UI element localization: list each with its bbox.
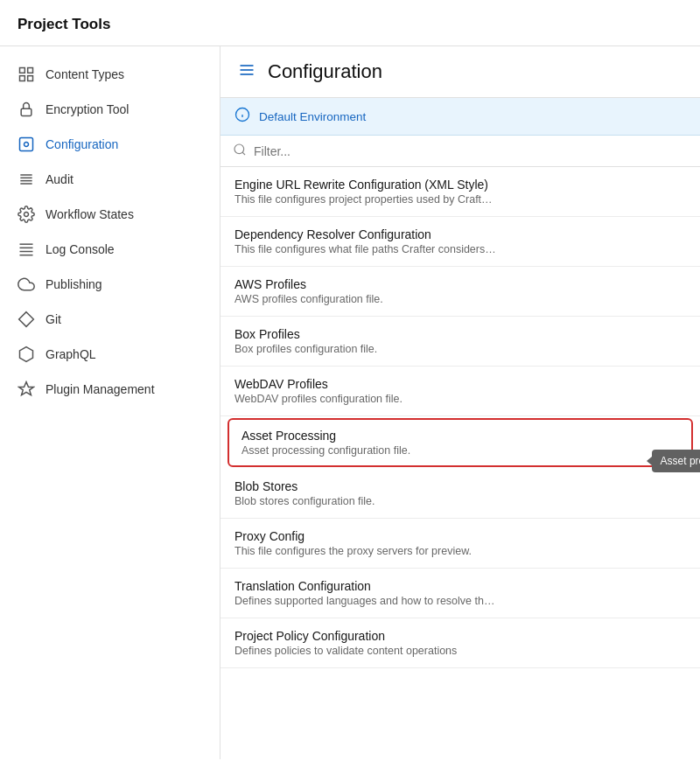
page-header: Project Tools — [0, 0, 700, 46]
config-desc-box-profiles: Box profiles configuration file. — [234, 343, 686, 355]
cloud-icon — [18, 276, 35, 293]
config-title-proxy-config: Proxy Config — [234, 529, 686, 543]
config-item-project-policy-configuration[interactable]: Project Policy Configuration Defines pol… — [220, 618, 700, 668]
config-title-dependency-resolver: Dependency Resolver Configuration — [234, 227, 686, 241]
search-icon — [233, 143, 247, 159]
config-title-blob-stores: Blob Stores — [234, 479, 686, 493]
sidebar-item-configuration[interactable]: Configuration — [0, 127, 220, 162]
sidebar-label-content-types: Content Types — [46, 67, 124, 81]
sidebar-item-content-types[interactable]: Content Types — [0, 57, 220, 92]
config-desc-dependency-resolver: This file configures what file paths Cra… — [234, 243, 686, 255]
config-desc-blob-stores: Blob stores configuration file. — [234, 495, 686, 507]
sidebar-item-plugin-management[interactable]: Plugin Management — [0, 372, 220, 407]
plugin-icon — [18, 380, 35, 398]
sidebar-label-encryption-tool: Encryption Tool — [46, 102, 129, 116]
sidebar-item-graphql[interactable]: GraphQL — [0, 337, 220, 372]
config-item-blob-stores[interactable]: Blob Stores Blob stores configuration fi… — [220, 469, 700, 519]
config-item-proxy-config[interactable]: Proxy Config This file configures the pr… — [220, 519, 700, 569]
page-title: Project Tools — [18, 16, 110, 32]
list-icon — [18, 171, 35, 188]
sidebar-label-configuration: Configuration — [46, 137, 118, 151]
config-title-box-profiles: Box Profiles — [234, 327, 686, 341]
env-banner: Default Environment — [220, 98, 700, 136]
sidebar-item-encryption-tool[interactable]: Encryption Tool — [0, 92, 220, 127]
sidebar-label-git: Git — [46, 312, 61, 326]
config-title-aws-profiles: AWS Profiles — [234, 277, 686, 291]
config-title-webdav-profiles: WebDAV Profiles — [234, 377, 686, 391]
sidebar: Content Types Encryption Tool Configurat… — [0, 46, 220, 759]
diamond-icon — [18, 311, 35, 328]
config-item-webdav-profiles[interactable]: WebDAV Profiles WebDAV profiles configur… — [220, 367, 700, 416]
content-header: Configuration — [220, 46, 700, 98]
config-desc-engine-url-rewrite: This file configures project properties … — [234, 193, 686, 206]
settings-box-icon — [18, 136, 35, 153]
config-item-aws-profiles[interactable]: AWS Profiles AWS profiles configuration … — [220, 267, 700, 317]
config-desc-proxy-config: This file configures the proxy servers f… — [234, 545, 686, 557]
sidebar-item-git[interactable]: Git — [0, 302, 220, 337]
env-label: Default Environment — [259, 110, 366, 123]
sidebar-item-audit[interactable]: Audit — [0, 162, 220, 197]
grid-icon — [18, 66, 35, 83]
config-item-box-profiles[interactable]: Box Profiles Box profiles configuration … — [220, 317, 700, 367]
sidebar-label-publishing: Publishing — [46, 277, 102, 291]
config-desc-webdav-profiles: WebDAV profiles configuration file. — [234, 393, 686, 405]
sidebar-label-plugin-management: Plugin Management — [46, 382, 155, 396]
config-title-translation-configuration: Translation Configuration — [234, 579, 686, 593]
gear-icon — [18, 206, 35, 223]
lock-icon — [18, 101, 35, 118]
content-area: Configuration Default Environment — [220, 46, 700, 759]
config-item-engine-url-rewrite[interactable]: Engine URL Rewrite Configuration (XML St… — [220, 167, 700, 217]
config-desc-asset-processing: Asset processing configuration file. — [242, 444, 679, 457]
sidebar-item-log-console[interactable]: Log Console — [0, 232, 220, 267]
config-title-project-policy-configuration: Project Policy Configuration — [234, 629, 686, 643]
hexagon-icon — [18, 346, 35, 363]
sidebar-item-workflow-states[interactable]: Workflow States — [0, 197, 220, 232]
config-item-dependency-resolver[interactable]: Dependency Resolver Configuration This f… — [220, 217, 700, 267]
filter-input-wrap — [233, 143, 688, 159]
filter-input[interactable] — [254, 144, 688, 158]
config-desc-aws-profiles: AWS profiles configuration file. — [234, 293, 686, 305]
lines-icon — [18, 241, 35, 258]
page-wrapper: Project Tools Content Types Encryption T… — [0, 0, 700, 759]
config-title-asset-processing: Asset Processing — [242, 429, 679, 443]
config-list: Engine URL Rewrite Configuration (XML St… — [220, 167, 700, 759]
config-item-translation-configuration[interactable]: Translation Configuration Defines suppor… — [220, 569, 700, 618]
sidebar-label-audit: Audit — [46, 172, 74, 186]
main-layout: Content Types Encryption Tool Configurat… — [0, 46, 700, 759]
sidebar-item-publishing[interactable]: Publishing — [0, 267, 220, 302]
filter-bar — [220, 136, 700, 167]
sidebar-label-log-console: Log Console — [46, 242, 115, 256]
menu-icon[interactable] — [238, 61, 256, 83]
sidebar-label-workflow-states: Workflow States — [46, 207, 134, 221]
config-title-engine-url-rewrite: Engine URL Rewrite Configuration (XML St… — [234, 178, 686, 192]
config-item-asset-processing[interactable]: Asset Processing Asset processing config… — [228, 418, 693, 467]
configuration-title: Configuration — [268, 60, 382, 83]
sidebar-label-graphql: GraphQL — [46, 347, 96, 361]
config-desc-project-policy-configuration: Defines policies to validate content ope… — [234, 645, 686, 657]
info-icon — [234, 107, 250, 126]
config-desc-translation-configuration: Defines supported languages and how to r… — [234, 595, 686, 607]
